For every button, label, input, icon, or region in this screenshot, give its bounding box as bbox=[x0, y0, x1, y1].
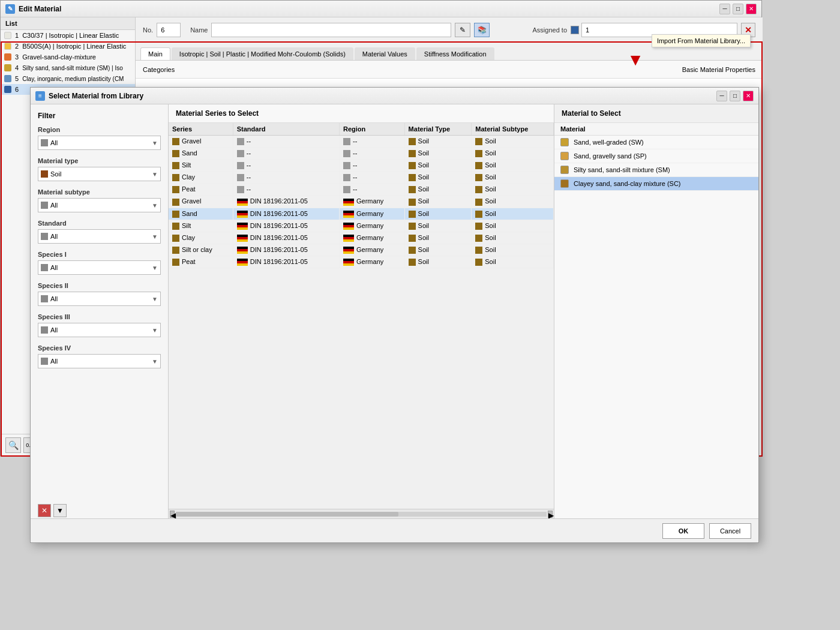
dialog-close-btn[interactable]: ✕ bbox=[743, 91, 754, 101]
tab-isotropic[interactable]: Isotropic | Soil | Plastic | Modified Mo… bbox=[172, 47, 353, 60]
table-row[interactable]: Clay -- -- Soil Soil bbox=[169, 172, 554, 184]
table-row[interactable]: Gravel DIN 18196:2011-05 Germany Soil So… bbox=[169, 196, 554, 208]
basic-props-label: Basic Material Properties bbox=[682, 66, 755, 73]
cell-series: Gravel bbox=[169, 136, 233, 148]
region-filter-select[interactable]: All ▼ bbox=[38, 136, 161, 150]
cell-series: Peat bbox=[169, 184, 233, 196]
close-button[interactable]: ✕ bbox=[746, 4, 757, 14]
scroll-right-btn[interactable]: ▶ bbox=[548, 511, 553, 518]
main-title-bar: ✎ Edit Material ─ □ ✕ bbox=[1, 1, 761, 17]
no-input[interactable] bbox=[157, 23, 181, 37]
tab-main[interactable]: Main bbox=[140, 47, 170, 60]
minimize-button[interactable]: ─ bbox=[719, 4, 730, 14]
material-no-6: 6 bbox=[15, 86, 19, 93]
list-item[interactable]: 5 Clay, inorganic, medium plasticity (CM bbox=[1, 73, 135, 84]
table-row[interactable]: Gravel -- -- Soil Soil bbox=[169, 136, 554, 148]
material-color-4 bbox=[4, 64, 11, 71]
cell-material-subtype: Soil bbox=[472, 256, 554, 268]
cell-material-subtype: Soil bbox=[472, 208, 554, 220]
table-row[interactable]: Silt -- -- Soil Soil bbox=[169, 160, 554, 172]
cell-region: Germany bbox=[340, 232, 405, 244]
cell-region: -- bbox=[340, 148, 405, 160]
series-horizontal-scrollbar[interactable]: ◀ ▶ bbox=[169, 509, 554, 518]
material-item[interactable]: Sand, gravelly sand (SP) bbox=[554, 149, 758, 163]
main-window-title: Edit Material bbox=[19, 5, 61, 13]
series-section-header: Material Series to Select bbox=[169, 104, 554, 123]
edit-btn[interactable]: ✎ bbox=[455, 23, 470, 37]
material-item[interactable]: Sand, well-graded (SW) bbox=[554, 136, 758, 149]
library-btn[interactable]: 📚 bbox=[474, 23, 490, 37]
cell-series: Clay bbox=[169, 172, 233, 184]
assigned-color bbox=[571, 26, 579, 34]
filter-options-btn[interactable]: ▼ bbox=[53, 504, 67, 517]
material-no-4: 4 bbox=[15, 64, 19, 71]
dialog-icon: ≡ bbox=[35, 91, 45, 101]
cell-material-subtype: Soil bbox=[472, 172, 554, 184]
series-scroll-area[interactable]: Series Standard Region Material Type Mat… bbox=[169, 123, 554, 509]
table-row[interactable]: Clay DIN 18196:2011-05 Germany Soil Soil bbox=[169, 232, 554, 244]
table-row[interactable]: Silt or clay DIN 18196:2011-05 Germany S… bbox=[169, 244, 554, 256]
search-tool-btn[interactable]: 🔍 bbox=[5, 437, 21, 453]
cell-material-type: Soil bbox=[404, 172, 472, 184]
material-type-filter-select[interactable]: Soil ▼ bbox=[38, 167, 161, 181]
table-row[interactable]: Peat DIN 18196:2011-05 Germany Soil Soil bbox=[169, 256, 554, 268]
list-item[interactable]: 3 Gravel-sand-clay-mixture bbox=[1, 52, 135, 62]
cell-material-type: Soil bbox=[404, 232, 472, 244]
cell-material-subtype: Soil bbox=[472, 232, 554, 244]
species2-filter-value: All bbox=[50, 295, 58, 302]
species3-filter-select[interactable]: All ▼ bbox=[38, 323, 161, 337]
region-color-sq bbox=[41, 139, 48, 146]
species1-filter-label: Species I bbox=[38, 251, 161, 258]
tab-material-values[interactable]: Material Values bbox=[355, 47, 415, 60]
list-item[interactable]: 1 C30/37 | Isotropic | Linear Elastic bbox=[1, 30, 135, 41]
species4-filter-select[interactable]: All ▼ bbox=[38, 354, 161, 368]
material-type-filter-value: Soil bbox=[50, 170, 61, 178]
material-no-1: 1 bbox=[15, 32, 19, 39]
scroll-left-btn[interactable]: ◀ bbox=[170, 511, 175, 518]
species1-filter-select[interactable]: All ▼ bbox=[38, 260, 161, 275]
table-row[interactable]: Peat -- -- Soil Soil bbox=[169, 184, 554, 196]
material-subtype-filter-select[interactable]: All ▼ bbox=[38, 198, 161, 212]
species3-filter-value: All bbox=[50, 326, 58, 334]
cell-standard: DIN 18196:2011-05 bbox=[233, 196, 339, 208]
select-material-dialog: ≡ Select Material from Library ─ □ ✕ Fil… bbox=[30, 87, 759, 543]
cell-standard: -- bbox=[233, 172, 339, 184]
dialog-action-buttons: OK Cancel bbox=[31, 518, 758, 542]
species1-chevron-icon: ▼ bbox=[152, 265, 158, 271]
cell-region: -- bbox=[340, 184, 405, 196]
material-item[interactable]: Clayey sand, sand-clay mixture (SC) bbox=[554, 177, 758, 191]
material-type-color-sq bbox=[41, 170, 48, 178]
material-color-1 bbox=[4, 32, 11, 39]
scroll-track bbox=[176, 512, 547, 517]
species2-filter-select[interactable]: All ▼ bbox=[38, 292, 161, 306]
name-input[interactable] bbox=[211, 23, 451, 37]
maximize-button[interactable]: □ bbox=[733, 4, 743, 14]
standard-filter-select[interactable]: All ▼ bbox=[38, 229, 161, 244]
cell-standard: -- bbox=[233, 184, 339, 196]
material-type-filter-label: Material type bbox=[38, 157, 161, 164]
species4-filter-group: Species IV All ▼ bbox=[38, 344, 161, 368]
table-row[interactable]: Silt DIN 18196:2011-05 Germany Soil Soil bbox=[169, 220, 554, 232]
dialog-minimize-btn[interactable]: ─ bbox=[716, 91, 727, 101]
table-row[interactable]: Sand -- -- Soil Soil bbox=[169, 148, 554, 160]
list-item[interactable]: 4 Silty sand, sand-silt mixture (SM) | I… bbox=[1, 62, 135, 73]
tab-stiffness[interactable]: Stiffness Modification bbox=[416, 47, 494, 60]
clear-filter-btn[interactable]: ✕ bbox=[38, 504, 51, 517]
cell-region: Germany bbox=[340, 208, 405, 220]
material-to-select-panel: Material to Select Material Sand, well-g… bbox=[554, 104, 758, 518]
cell-material-subtype: Soil bbox=[472, 136, 554, 148]
categories-label: Categories bbox=[143, 66, 175, 73]
list-item[interactable]: 2 B500S(A) | Isotropic | Linear Elastic bbox=[1, 41, 135, 52]
table-row[interactable]: Sand DIN 18196:2011-05 Germany Soil Soil bbox=[169, 208, 554, 220]
cell-region: Germany bbox=[340, 220, 405, 232]
material-item-label: Clayey sand, sand-clay mixture (SC) bbox=[574, 180, 681, 187]
cell-material-subtype: Soil bbox=[472, 160, 554, 172]
import-library-tooltip: Import From Material Library... bbox=[652, 34, 751, 47]
ok-button[interactable]: OK bbox=[662, 523, 704, 539]
dialog-maximize-btn[interactable]: □ bbox=[730, 91, 740, 101]
cancel-button[interactable]: Cancel bbox=[709, 523, 751, 539]
species4-color-sq bbox=[41, 358, 48, 365]
material-item[interactable]: Silty sand, sand-silt mixture (SM) bbox=[554, 163, 758, 177]
material-no-5: 5 bbox=[15, 75, 19, 82]
material-subtype-color-sq bbox=[41, 202, 48, 209]
